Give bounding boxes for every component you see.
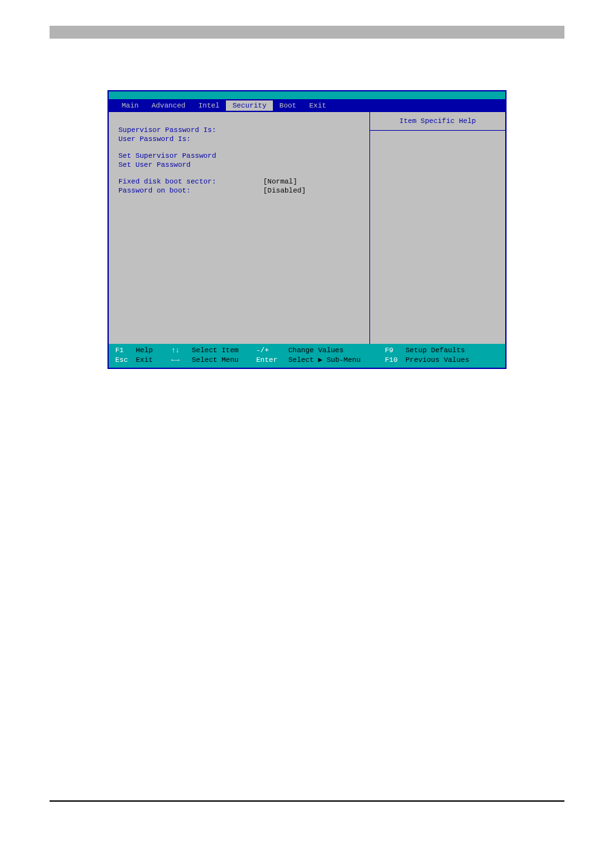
- menu-advanced[interactable]: Advanced: [145, 100, 192, 111]
- key-updown: ↑↓: [171, 346, 192, 354]
- footer-bar: F1 Help ↑↓ Select Item -/+ Change Values…: [109, 344, 505, 368]
- set-user-label: Set User Password: [118, 161, 263, 169]
- header-gray-bar: [50, 26, 564, 39]
- set-supervisor-password[interactable]: Set Supervisor Password: [118, 152, 360, 160]
- menu-bar: Main Advanced Intel Security Boot Exit: [109, 99, 505, 112]
- password-boot-value: [Disabled]: [263, 187, 306, 194]
- content-area: Supervisor Password Is: User Password Is…: [109, 112, 505, 344]
- supervisor-password-status: Supervisor Password Is:: [118, 126, 360, 134]
- fixed-disk-boot-sector[interactable]: Fixed disk boot sector: [Normal]: [118, 178, 360, 185]
- user-password-status: User Password Is:: [118, 135, 360, 143]
- help-title: Item Specific Help: [370, 112, 505, 131]
- action-select-submenu: Select ▶ Sub-Menu: [288, 355, 385, 364]
- key-f1: F1: [115, 346, 136, 354]
- fixed-disk-value: [Normal]: [263, 178, 297, 185]
- bios-window: Main Advanced Intel Security Boot Exit S…: [107, 90, 507, 369]
- footer-row-1: F1 Help ↑↓ Select Item -/+ Change Values…: [115, 346, 499, 354]
- supervisor-pw-label: Supervisor Password Is:: [118, 126, 263, 134]
- action-setup-defaults: Setup Defaults: [405, 346, 465, 354]
- action-exit: Exit: [136, 356, 171, 364]
- menu-exit[interactable]: Exit: [302, 100, 332, 111]
- help-content: [370, 131, 505, 344]
- key-esc: Esc: [115, 356, 136, 364]
- action-select-item: Select Item: [192, 346, 256, 354]
- action-help: Help: [136, 346, 171, 354]
- menu-security[interactable]: Security: [226, 100, 273, 111]
- key-leftright: ←→: [171, 356, 192, 364]
- action-previous-values: Previous Values: [405, 356, 469, 364]
- action-select-menu: Select Menu: [192, 356, 256, 364]
- action-change-values: Change Values: [288, 346, 385, 354]
- key-enter: Enter: [256, 356, 288, 364]
- user-pw-label: User Password Is:: [118, 135, 263, 143]
- footer-row-2: Esc Exit ←→ Select Menu Enter Select ▶ S…: [115, 355, 499, 364]
- menu-boot[interactable]: Boot: [273, 100, 302, 111]
- set-supervisor-label: Set Supervisor Password: [118, 152, 263, 160]
- key-plusminus: -/+: [256, 346, 288, 354]
- title-bar: [109, 91, 505, 99]
- help-panel: Item Specific Help: [370, 112, 505, 344]
- password-on-boot[interactable]: Password on boot: [Disabled]: [118, 187, 360, 194]
- menu-main[interactable]: Main: [115, 100, 145, 111]
- key-f10: F10: [385, 356, 405, 364]
- bottom-divider: [50, 800, 564, 802]
- set-user-password[interactable]: Set User Password: [118, 161, 360, 169]
- key-f9: F9: [385, 346, 405, 354]
- main-panel: Supervisor Password Is: User Password Is…: [109, 112, 370, 344]
- password-boot-label: Password on boot:: [118, 187, 263, 194]
- fixed-disk-label: Fixed disk boot sector:: [118, 178, 263, 185]
- menu-intel[interactable]: Intel: [192, 100, 226, 111]
